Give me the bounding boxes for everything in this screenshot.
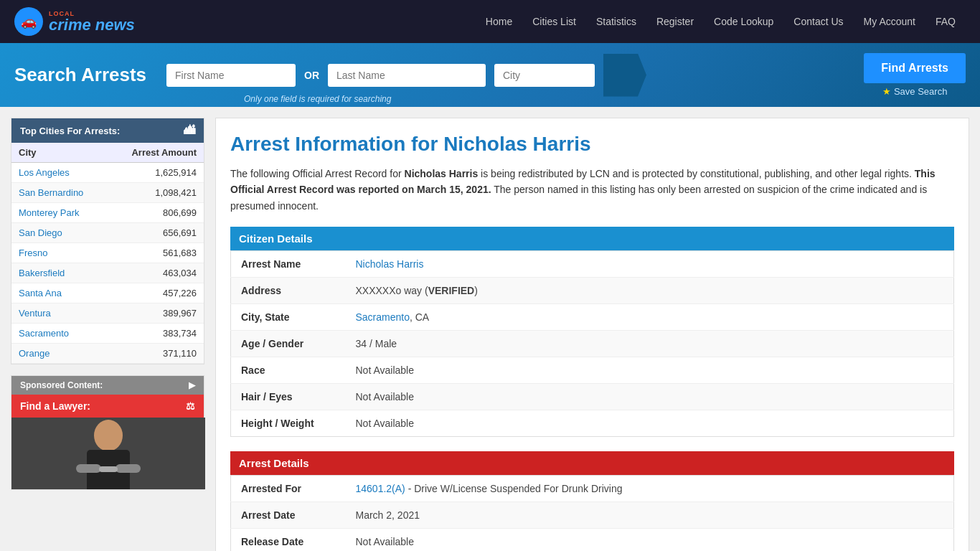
nav-contact-us[interactable]: Contact Us	[783, 0, 853, 43]
arrested-for-label: Arrested For	[231, 476, 346, 502]
find-lawyer-label: Find a Lawyer:	[20, 400, 90, 412]
save-search-button[interactable]: Save Search	[882, 86, 947, 97]
arrested-description: - Drive W/License Suspended For Drunk Dr…	[405, 483, 623, 494]
sponsored-header: Sponsored Content: ▶	[11, 376, 204, 395]
search-hint: Only one field is required for searching	[244, 94, 391, 104]
city-link[interactable]: Santa Ana	[19, 288, 62, 298]
table-row: Arrest Date March 2, 2021	[231, 502, 954, 529]
city-link[interactable]: Sacramento	[356, 311, 410, 323]
arrest-amount-cell: 463,034	[108, 263, 204, 283]
arrest-amount-cell: 457,226	[108, 283, 204, 303]
top-cities-section: Top Cities For Arrests: 🏙 City Arrest Am…	[11, 118, 204, 364]
city-name-cell: Santa Ana	[11, 283, 108, 303]
table-row: City, State Sacramento, CA	[231, 304, 954, 331]
city-link[interactable]: San Diego	[19, 227, 62, 238]
arrest-amount-cell: 561,683	[108, 243, 204, 263]
table-row: Race Not Available	[231, 357, 954, 384]
release-date-value: Not Available	[346, 529, 954, 551]
arrest-name-link[interactable]: Nicholas Harris	[356, 258, 424, 270]
first-name-input[interactable]	[166, 64, 296, 87]
table-row: Hair / Eyes Not Available	[231, 384, 954, 410]
nav-statistics[interactable]: Statistics	[586, 0, 646, 43]
address-label: Address	[231, 278, 346, 304]
city-link[interactable]: Los Angeles	[19, 167, 70, 178]
arrest-name-label: Arrest Name	[231, 251, 346, 278]
table-row: Release Date Not Available	[231, 529, 954, 551]
list-item: Orange 371,110	[11, 344, 204, 364]
city-name-cell: Orange	[11, 344, 108, 364]
city-link[interactable]: Sacramento	[19, 328, 69, 339]
arrest-amount-cell: 656,691	[108, 223, 204, 243]
search-actions: Find Arrests Save Search	[864, 53, 966, 97]
age-gender-label: Age / Gender	[231, 331, 346, 357]
release-date-label: Release Date	[231, 529, 346, 551]
race-label: Race	[231, 357, 346, 384]
intro-part2: is being redistributed by LCN and is pro…	[478, 168, 915, 179]
city-link[interactable]: Monterey Park	[19, 207, 80, 218]
city-input[interactable]	[494, 64, 595, 87]
list-item: San Diego 656,691	[11, 223, 204, 243]
arrest-amount-cell: 1,098,421	[108, 183, 204, 203]
search-arrow-decoration	[603, 54, 646, 97]
table-row: Arrested For 14601.2(A) - Drive W/Licens…	[231, 476, 954, 502]
city-name-cell: Sacramento	[11, 324, 108, 344]
city-state-label: City, State	[231, 304, 346, 331]
nav-my-account[interactable]: My Account	[854, 0, 925, 43]
city-state-value: Sacramento, CA	[346, 304, 954, 331]
main-content: Top Cities For Arrests: 🏙 City Arrest Am…	[0, 107, 980, 551]
arrest-code-link[interactable]: 14601.2(A)	[356, 483, 405, 494]
col-arrests: Arrest Amount	[108, 143, 204, 163]
nav-home[interactable]: Home	[476, 0, 522, 43]
city-name-cell: Ventura	[11, 303, 108, 324]
or-label: OR	[304, 70, 319, 81]
city-link[interactable]: Orange	[19, 348, 50, 359]
city-link[interactable]: San Bernardino	[19, 187, 83, 198]
list-item: San Bernardino 1,098,421	[11, 183, 204, 203]
list-item: Ventura 389,967	[11, 303, 204, 324]
lawyer-illustration	[11, 418, 205, 489]
find-lawyer-box: Find a Lawyer: ⚖	[11, 395, 204, 418]
list-item: Santa Ana 457,226	[11, 283, 204, 303]
article-title: Arrest Information for Nicholas Harris	[230, 133, 954, 156]
arrested-for-value: 14601.2(A) - Drive W/License Suspended F…	[346, 476, 954, 502]
height-weight-value: Not Available	[346, 410, 954, 437]
address-value: XXXXXXo way (VERIFIED)	[346, 278, 954, 304]
city-link[interactable]: Fresno	[19, 248, 47, 258]
logo-icon: 🚗	[14, 7, 43, 36]
subject-name: Nicholas Harris	[405, 168, 479, 179]
city-name-cell: Fresno	[11, 243, 108, 263]
nav-register[interactable]: Register	[646, 0, 704, 43]
city-link[interactable]: Bakersfield	[19, 268, 65, 278]
citizen-details-header: Citizen Details	[230, 227, 954, 250]
scales-icon: ⚖	[186, 400, 195, 412]
sponsored-label: Sponsored Content:	[20, 380, 103, 390]
arrest-details-table: Arrested For 14601.2(A) - Drive W/Licens…	[230, 475, 954, 551]
city-name-cell: San Bernardino	[11, 183, 108, 203]
play-icon: ▶	[189, 380, 195, 390]
arrest-amount-cell: 371,110	[108, 344, 204, 364]
logo[interactable]: 🚗 LOCAL crime news	[14, 7, 135, 36]
cities-table: City Arrest Amount Los Angeles 1,625,914…	[11, 143, 204, 364]
lawyer-image	[11, 418, 205, 489]
search-title: Search Arrests	[14, 64, 151, 86]
top-cities-label: Top Cities For Arrests:	[20, 126, 120, 136]
find-arrests-button[interactable]: Find Arrests	[864, 53, 966, 83]
article: Arrest Information for Nicholas Harris T…	[215, 118, 969, 551]
nav-faq[interactable]: FAQ	[925, 0, 966, 43]
table-row: Address XXXXXXo way (VERIFIED)	[231, 278, 954, 304]
last-name-input[interactable]	[328, 64, 486, 87]
list-item: Bakersfield 463,034	[11, 263, 204, 283]
list-item: Monterey Park 806,699	[11, 203, 204, 223]
arrest-name-value: Nicholas Harris	[346, 251, 954, 278]
list-item: Fresno 561,683	[11, 243, 204, 263]
arrest-amount-cell: 806,699	[108, 203, 204, 223]
navigation: 🚗 LOCAL crime news Home Cities List Stat…	[0, 0, 980, 43]
hair-eyes-label: Hair / Eyes	[231, 384, 346, 410]
svg-rect-5	[99, 466, 118, 472]
logo-text: LOCAL crime news	[49, 11, 135, 33]
nav-code-lookup[interactable]: Code Lookup	[704, 0, 783, 43]
city-link[interactable]: Ventura	[19, 308, 51, 319]
article-intro: The following Official Arrest Record for…	[230, 166, 954, 214]
svg-point-1	[94, 420, 123, 451]
nav-cities-list[interactable]: Cities List	[522, 0, 586, 43]
